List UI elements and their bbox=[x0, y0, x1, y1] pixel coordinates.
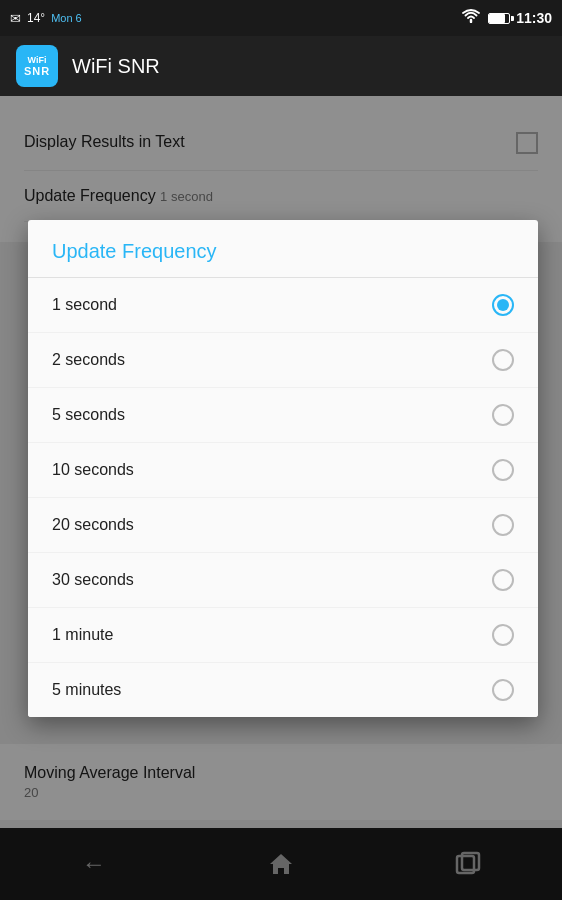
list-item[interactable]: 2 seconds bbox=[28, 333, 538, 388]
option-label: 5 minutes bbox=[52, 681, 121, 699]
radio-button[interactable] bbox=[492, 349, 514, 371]
radio-button[interactable] bbox=[492, 459, 514, 481]
status-bar: ✉ 14° Mon 6 11:30 bbox=[0, 0, 562, 36]
status-bar-right: 11:30 bbox=[462, 9, 552, 27]
date-display: Mon 6 bbox=[51, 12, 82, 24]
option-label: 2 seconds bbox=[52, 351, 125, 369]
radio-button[interactable] bbox=[492, 679, 514, 701]
list-item[interactable]: 20 seconds bbox=[28, 498, 538, 553]
radio-button[interactable] bbox=[492, 404, 514, 426]
list-item[interactable]: 5 seconds bbox=[28, 388, 538, 443]
time-display: 11:30 bbox=[516, 10, 552, 26]
list-item[interactable]: 10 seconds bbox=[28, 443, 538, 498]
app-toolbar: WiFi SNR WiFi SNR bbox=[0, 36, 562, 96]
list-item[interactable]: 30 seconds bbox=[28, 553, 538, 608]
radio-button[interactable] bbox=[492, 514, 514, 536]
status-bar-left: ✉ 14° Mon 6 bbox=[10, 11, 82, 26]
list-item[interactable]: 1 minute bbox=[28, 608, 538, 663]
option-label: 5 seconds bbox=[52, 406, 125, 424]
battery-icon bbox=[488, 13, 510, 24]
update-frequency-dialog: Update Frequency 1 second2 seconds5 seco… bbox=[28, 220, 538, 717]
radio-button[interactable] bbox=[492, 624, 514, 646]
temperature-display: 14° bbox=[27, 11, 45, 25]
option-label: 1 minute bbox=[52, 626, 113, 644]
dialog-title: Update Frequency bbox=[28, 220, 538, 278]
logo-snr-text: SNR bbox=[24, 65, 50, 77]
option-label: 20 seconds bbox=[52, 516, 134, 534]
option-label: 30 seconds bbox=[52, 571, 134, 589]
app-logo: WiFi SNR bbox=[16, 45, 58, 87]
option-label: 10 seconds bbox=[52, 461, 134, 479]
radio-button[interactable] bbox=[492, 294, 514, 316]
wifi-icon bbox=[462, 9, 480, 27]
radio-button[interactable] bbox=[492, 569, 514, 591]
frequency-options-list: 1 second2 seconds5 seconds10 seconds20 s… bbox=[28, 278, 538, 717]
list-item[interactable]: 1 second bbox=[28, 278, 538, 333]
list-item[interactable]: 5 minutes bbox=[28, 663, 538, 717]
app-title: WiFi SNR bbox=[72, 55, 160, 78]
email-icon: ✉ bbox=[10, 11, 21, 26]
logo-wifi-text: WiFi bbox=[28, 55, 47, 65]
option-label: 1 second bbox=[52, 296, 117, 314]
radio-inner bbox=[497, 299, 509, 311]
